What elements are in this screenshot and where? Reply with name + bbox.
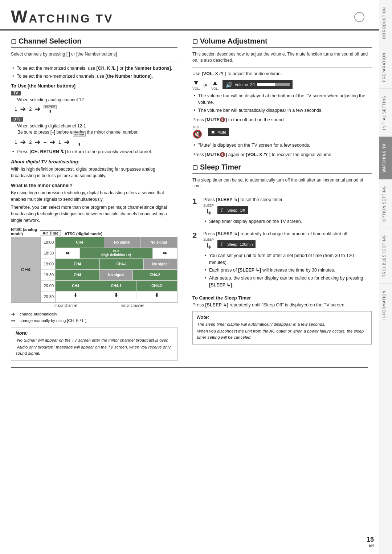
enter-box-icon: ▮ [49, 109, 51, 113]
sleep-display-val-1: Off [240, 208, 245, 212]
two-col-layout: ▢ Channel Selection Select channels by p… [0, 30, 379, 367]
mute-seconds-item: "Mute" is displayed on the TV screen for… [192, 142, 372, 149]
vol-or-row: ▼ VOL. or ▲ VOL. 🔊 Volume 20 [192, 79, 372, 90]
manual-arrow: ⇒ [11, 318, 15, 323]
d-arrow-3: ➜ [49, 138, 56, 146]
sleep-display-val-2: 120min [240, 242, 253, 247]
enter-label: ENTER ▮ [44, 105, 56, 113]
grid-header-row: NTSC (analog mode) Air Time ATSC (digita… [11, 227, 177, 236]
tab-information[interactable]: INFORMATION [379, 284, 392, 326]
vol-bullet-1: The volume bar will be displayed at the … [192, 93, 372, 106]
gc-arrow-r2a: ⇔ [56, 248, 80, 258]
sleep-icon-container-2: SLEEP ↳ [203, 238, 214, 251]
legend-item-2: ⇒ : change manually by using [CH. K / L … [11, 318, 177, 323]
mute-icon-container: MUTE 🔇 [192, 125, 202, 139]
sleep-checkbox-icon: ▢ [192, 164, 198, 171]
d-num-1: 1 [15, 139, 17, 145]
sleep-arrow-icon-2: ↳ [205, 241, 212, 251]
d-arrow-4: ➜ [64, 138, 70, 146]
digital-arrow-row: 1 ➜ 2 ➜ – ➜ 1 ➜ ENTER ▮ [15, 138, 177, 146]
gc-nosig-r4: No signal [100, 270, 133, 280]
major-minor-labels: major channel minor channel [11, 304, 177, 307]
press-mute-text: Press [MUTE🔇] to turn off and on the sou… [192, 117, 372, 122]
sleep-icon-row-1: SLEEP ↳ ☾ Sleep Off [203, 204, 372, 217]
page-header: WATCHING TV [0, 0, 379, 30]
checkbox-icon: ▢ [11, 38, 16, 45]
minor-label: minor channel [121, 304, 144, 307]
tab-introduction[interactable]: INTRODUCTION [379, 0, 392, 46]
minor-channel-text1: By using high compression technology, di… [11, 190, 177, 203]
sleep-step2-bullets: You can set your unit to turn off after … [203, 252, 372, 289]
press-mute-again-text: Press [MUTE🔇] again or [VOL. X /Y ] to r… [192, 152, 372, 157]
side-tabs: INTRODUCTION PREPARATION INITIAL SETTING… [379, 0, 392, 554]
gc-arrow-r6c: ⬇ [136, 292, 177, 299]
time-2000: 20:00 [41, 281, 55, 292]
sleep-note-box: Note: The sleep timer display will autom… [192, 311, 372, 345]
arrow-1: ➜ [20, 105, 26, 113]
right-column: ▢ Volume Adjustment This section describ… [185, 30, 379, 367]
channel-note-1: "No Signal" will appear on the TV screen… [16, 337, 173, 343]
gc-ch41-r3: CH4-1 [100, 259, 144, 269]
grid-row-2: ⇔ CH4(high definition TV) ⇔ [56, 248, 177, 259]
gc-ch4-r5: CH4 [56, 281, 96, 291]
step-2-text: Press [SLEEP ↳] repeatedly to change the… [203, 231, 372, 236]
channel-note-2: "Audio only program" message will appear… [16, 344, 173, 357]
sleep-step-1-row: 1 Press [SLEEP ↳] to set the sleep timer… [192, 197, 372, 228]
gc-arrow-r6b: ⬇ [96, 292, 137, 299]
time-1800: 18:00 [41, 237, 55, 248]
grid-row-3: CH4 CH4-1 No signal [56, 259, 177, 270]
tab-watching-tv[interactable]: WATCHING TV [379, 137, 392, 179]
ch4-col: CH4 [11, 237, 40, 302]
step-1-num: 1 [192, 197, 200, 228]
digital-broadcast-heading: About digital TV broadcasting: [11, 159, 177, 164]
sleep-display-1: ☾ Sleep Off [217, 206, 248, 214]
enter-box-d: ENTER [73, 133, 86, 137]
air-label: Air Time [40, 230, 61, 236]
channel-subtitle: Select channels by pressing [ ] or [the … [11, 51, 177, 57]
tab-initial-setting[interactable]: INITIAL SETTING [379, 89, 392, 137]
sleep-step1-bullets: Sleep timer display appears on the TV sc… [203, 218, 372, 225]
tab-preparation[interactable]: PREPARATION [379, 46, 392, 89]
sleep-icon-container-1: SLEEP ↳ [203, 204, 214, 217]
gc-ch41-r5: CH4-1 [96, 281, 137, 291]
num-1: 1 [15, 106, 17, 112]
sleep-moon-icon-1: ☾ [220, 207, 225, 213]
legend-text-1: : change automatically [17, 312, 57, 316]
dtv-badge-container: DTV [11, 116, 177, 123]
tab-option-setting[interactable]: OPTION SETTING [379, 179, 392, 228]
grid-row-1: CH4 No signal No signal [56, 237, 177, 248]
ch-return-list: Press [CH. RETURN ↯] to return to the pr… [11, 148, 177, 155]
enter-box: ENTER [44, 105, 56, 109]
grid-row-5: CH4 CH4-1 CH4-2 [56, 281, 177, 292]
sleep-bullet-3: After setup, the sleep timer display can… [203, 275, 372, 289]
divider1 [11, 61, 177, 61]
tv-badge-container: TV [11, 90, 177, 97]
page-number-area: 15 EN [367, 536, 374, 547]
d-dash: – [44, 139, 46, 145]
gc-hd-r2: CH4(high definition TV) [80, 248, 153, 258]
analog-arrow-row: 1 ➜ 2 ➜ ENTER ▮ [15, 105, 177, 113]
times-col: 18:00 18:30 19:00 19:30 20:00 20:30 [40, 237, 56, 302]
step-2-content: Press [SLEEP ↳] repeatedly to change the… [203, 231, 372, 292]
step-2-num: 2 [192, 231, 200, 292]
volume-heading: ▢ Volume Adjustment [192, 37, 372, 48]
ch-return-item: Press [CH. RETURN ↯] to return to the pr… [11, 148, 177, 155]
sleep-icon-row-2: SLEEP ↳ ☾ Sleep 120min [203, 238, 372, 251]
vol-bar [257, 83, 290, 86]
tab-troubleshooting[interactable]: TROUBLESHOOTING [379, 228, 392, 284]
gc-nosig-r3: No signal [144, 259, 177, 269]
gc-nosig-r1: No signal [104, 237, 141, 248]
vol-divider [192, 67, 372, 68]
vol-number: 20 [250, 82, 254, 87]
speaker-icon: 🔊 [225, 81, 233, 88]
major-label: major channel [54, 304, 77, 307]
vol-bullet-list: The volume bar will be displayed at the … [192, 93, 372, 114]
or-text: or [204, 82, 208, 87]
digital-desc: - When selecting digital channel 12-1 [15, 123, 177, 129]
sleep-note-2: When you disconnect the unit from the AC… [197, 328, 367, 341]
tv-badge: TV [11, 91, 21, 95]
vol-checkbox-icon: ▢ [192, 38, 198, 45]
sleep-note-1: The sleep timer display will automatical… [197, 321, 367, 327]
atsc-label: ATSC (digital mode) [65, 232, 102, 236]
d-num-2: 2 [29, 139, 32, 145]
